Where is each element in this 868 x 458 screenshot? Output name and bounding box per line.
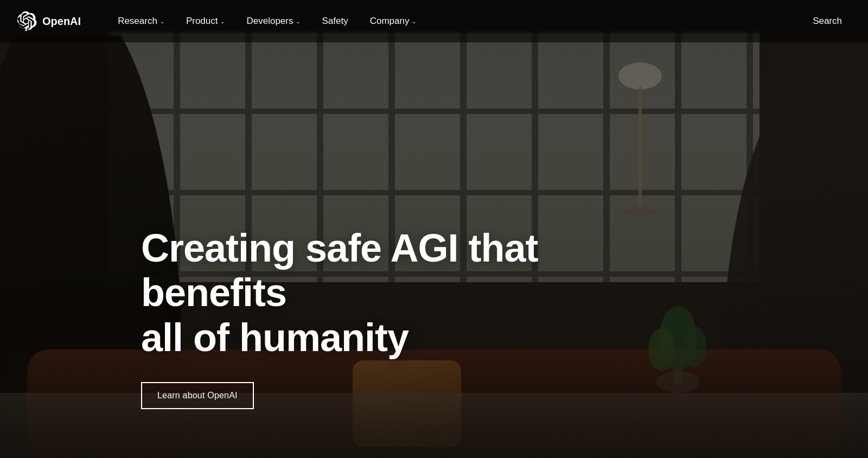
hero-content: Creating safe AGI that benefits all of h… — [141, 226, 629, 409]
chevron-down-icon: ⌄ — [160, 18, 164, 24]
learn-about-openai-button[interactable]: Learn about OpenAI — [141, 382, 254, 409]
nav-item-company[interactable]: Company ⌄ — [359, 0, 427, 42]
chevron-down-icon: ⌄ — [296, 18, 300, 24]
brand-logo[interactable]: OpenAI — [17, 11, 81, 31]
chevron-down-icon: ⌄ — [412, 18, 416, 24]
nav-item-safety[interactable]: Safety — [311, 0, 359, 42]
hero-headline: Creating safe AGI that benefits all of h… — [141, 226, 629, 360]
nav-item-research[interactable]: Research ⌄ — [107, 0, 175, 42]
brand-name: OpenAI — [42, 15, 81, 28]
nav-item-developers[interactable]: Developers ⌄ — [235, 0, 311, 42]
navbar: OpenAI Research ⌄ Product ⌄ Developers ⌄… — [0, 0, 868, 42]
nav-item-product[interactable]: Product ⌄ — [175, 0, 236, 42]
chevron-down-icon: ⌄ — [220, 18, 225, 24]
nav-items: Research ⌄ Product ⌄ Developers ⌄ Safety… — [107, 0, 804, 42]
search-button[interactable]: Search — [804, 16, 851, 27]
openai-logo-icon — [17, 11, 37, 31]
hero-section: OpenAI Research ⌄ Product ⌄ Developers ⌄… — [0, 0, 868, 458]
